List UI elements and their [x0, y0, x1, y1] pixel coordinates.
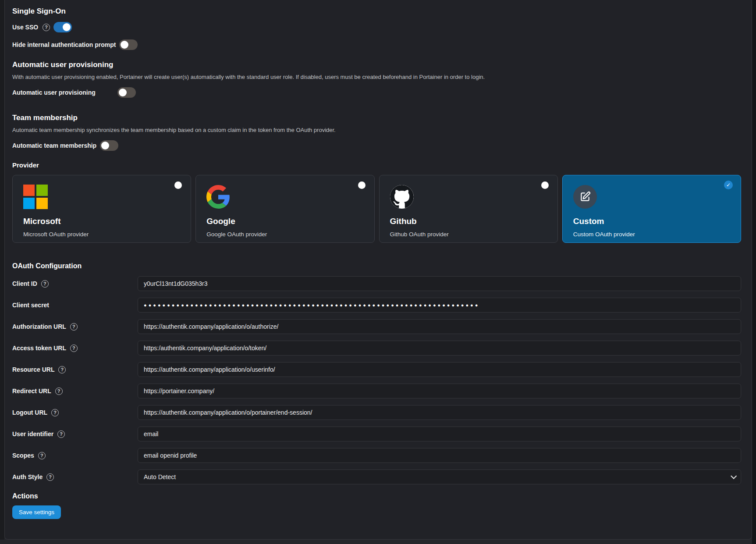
github-logo-icon [390, 185, 414, 209]
toggle-knob [63, 23, 71, 31]
client-secret-row: Client secret [12, 298, 741, 313]
provisioning-section-title: Automatic user provisioning [12, 60, 741, 69]
team-toggle-label: Automatic team membership [12, 142, 96, 149]
redirect-url-row: Redirect URL [12, 384, 741, 398]
microsoft-logo-icon [23, 185, 48, 209]
provider-description: Microsoft OAuth provider [23, 231, 180, 238]
provider-description: Custom OAuth provider [573, 231, 730, 238]
provider-card-custom[interactable]: Custom Custom OAuth provider [562, 175, 741, 243]
user-identifier-row: User identifier [12, 427, 741, 441]
google-logo-icon [206, 185, 230, 209]
provider-name: Google [206, 217, 363, 226]
edit-icon [573, 185, 597, 209]
help-icon[interactable] [43, 24, 50, 31]
chevron-down-icon [731, 473, 737, 479]
oauth-settings-panel: Single Sign-On Use SSO Hide internal aut… [4, 0, 752, 540]
help-icon[interactable] [41, 280, 49, 288]
provider-card-google[interactable]: Google Google OAuth provider [195, 175, 374, 243]
auth-style-row: Auth Style Auto Detect [12, 469, 741, 484]
client-secret-input[interactable] [138, 298, 741, 313]
toggle-knob [101, 142, 109, 149]
use-sso-label: Use SSO [12, 24, 38, 31]
provider-grid: Microsoft Microsoft OAuth provider Googl… [12, 175, 741, 243]
access-token-url-row: Access token URL [12, 341, 741, 356]
use-sso-toggle[interactable] [53, 22, 72, 32]
use-sso-row: Use SSO [12, 22, 741, 32]
logout-url-label: Logout URL [12, 409, 47, 416]
logout-url-input[interactable] [138, 405, 741, 420]
help-icon[interactable] [38, 452, 46, 459]
redirect-url-label: Redirect URL [12, 388, 51, 395]
client-secret-label: Client secret [12, 302, 49, 309]
hide-auth-prompt-toggle[interactable] [119, 39, 138, 50]
radio-unselected-icon[interactable] [358, 181, 366, 189]
resource-url-input[interactable] [138, 362, 741, 377]
provisioning-row: Automatic user provisioning [12, 87, 741, 98]
provider-name: Microsoft [23, 217, 180, 226]
check-icon [724, 181, 733, 189]
radio-unselected-icon[interactable] [174, 181, 182, 189]
oauth-section-title: OAuth Configuration [12, 262, 741, 270]
user-identifier-label: User identifier [12, 430, 53, 437]
provisioning-toggle-label: Automatic user provisioning [12, 89, 114, 96]
help-icon[interactable] [58, 366, 66, 373]
auth-style-select[interactable]: Auto Detect [138, 469, 741, 484]
actions-section-title: Actions [12, 492, 741, 500]
provider-card-github[interactable]: Github Github OAuth provider [379, 175, 558, 243]
redirect-url-input[interactable] [138, 384, 741, 398]
help-icon[interactable] [70, 345, 78, 352]
help-icon[interactable] [57, 430, 65, 438]
team-description: Automatic team membership synchronizes t… [12, 127, 741, 133]
provider-label: Provider [12, 161, 741, 169]
provider-description: Google OAuth provider [206, 231, 363, 238]
scopes-row: Scopes [12, 448, 741, 463]
user-identifier-input[interactable] [138, 427, 741, 441]
client-id-input[interactable] [138, 276, 741, 291]
help-icon[interactable] [70, 323, 78, 331]
authorization-url-row: Authorization URL [12, 319, 741, 334]
page-left-gutter [0, 0, 4, 540]
toggle-knob [121, 41, 128, 49]
help-icon[interactable] [51, 409, 59, 416]
access-token-url-input[interactable] [138, 341, 741, 356]
help-icon[interactable] [46, 473, 54, 481]
auth-style-selected-value: Auto Detect [144, 473, 176, 480]
radio-unselected-icon[interactable] [541, 181, 549, 189]
access-token-url-label: Access token URL [12, 345, 66, 352]
hide-auth-prompt-label: Hide internal authentication prompt [12, 41, 116, 48]
save-settings-button[interactable]: Save settings [12, 505, 61, 519]
authorization-url-input[interactable] [138, 319, 741, 334]
provider-name: Github [390, 217, 547, 226]
scopes-input[interactable] [138, 448, 741, 463]
hide-auth-prompt-row: Hide internal authentication prompt [12, 39, 741, 50]
logout-url-row: Logout URL [12, 405, 741, 420]
auth-style-label: Auth Style [12, 473, 43, 480]
client-id-label: Client ID [12, 280, 37, 287]
provider-description: Github OAuth provider [390, 231, 547, 238]
provisioning-toggle[interactable] [117, 87, 136, 98]
resource-url-row: Resource URL [12, 362, 741, 377]
provider-card-microsoft[interactable]: Microsoft Microsoft OAuth provider [12, 175, 191, 243]
resource-url-label: Resource URL [12, 366, 54, 373]
help-icon[interactable] [55, 388, 63, 395]
toggle-knob [119, 89, 127, 96]
scopes-label: Scopes [12, 452, 34, 459]
client-id-row: Client ID [12, 276, 741, 291]
team-toggle[interactable] [100, 140, 118, 151]
provider-name: Custom [573, 217, 730, 226]
sso-section-title: Single Sign-On [12, 7, 741, 16]
authorization-url-label: Authorization URL [12, 323, 66, 330]
scrollbar-track[interactable] [752, 0, 756, 544]
team-row: Automatic team membership [12, 140, 741, 151]
provisioning-description: With automatic user provisioning enabled… [12, 74, 741, 80]
team-section-title: Team membership [12, 114, 741, 122]
